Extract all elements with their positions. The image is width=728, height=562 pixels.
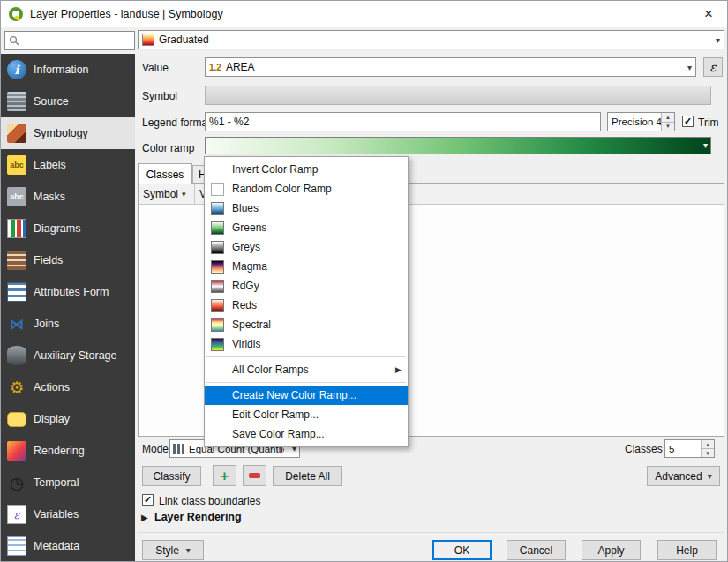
sidebar-item-information[interactable]: iInformation	[1, 54, 135, 86]
column-header-symbol[interactable]: Symbol ▾	[139, 184, 195, 204]
sidebar-item-auxiliary-storage[interactable]: Auxiliary Storage	[1, 340, 135, 371]
sidebar-item-label: Diagrams	[34, 222, 81, 235]
symbol-preview[interactable]	[205, 86, 711, 105]
menu-item-magma[interactable]: Magma	[205, 257, 408, 276]
legend-format-label: Legend format	[142, 116, 210, 129]
value-field-select[interactable]: 1.2 AREA ▾	[205, 57, 696, 77]
classify-button[interactable]: Classify	[142, 466, 201, 486]
menu-item-spectral[interactable]: Spectral	[205, 315, 408, 334]
sidebar-item-symbology[interactable]: Symbology	[1, 117, 135, 149]
quantile-mode-icon	[173, 444, 184, 454]
minus-icon	[249, 473, 260, 478]
spin-down-icon[interactable]: ▼	[662, 123, 674, 131]
menu-item-save-color-ramp[interactable]: Save Color Ramp...	[205, 424, 408, 444]
sidebar-item-label: Attributes Form	[34, 286, 109, 298]
precision-spinner[interactable]: Precision 4 ▲ ▼	[607, 112, 675, 131]
window-title: Layer Properties - landuse | Symbology	[30, 8, 223, 20]
attributes-form-icon	[7, 282, 26, 302]
menu-item-edit-color-ramp[interactable]: Edit Color Ramp...	[205, 405, 408, 424]
check-icon: ✓	[144, 495, 152, 505]
menu-item-invert-color-ramp[interactable]: Invert Color Ramp	[205, 160, 408, 179]
color-ramp-menu: Invert Color Ramp Random Color Ramp Blue…	[204, 156, 409, 447]
classes-count-label: Classes	[625, 443, 663, 455]
menu-item-random-color-ramp[interactable]: Random Color Ramp	[205, 179, 408, 199]
close-button[interactable]: ×	[697, 5, 720, 23]
renderer-select[interactable]: Graduated ▾	[138, 30, 724, 49]
rdgy-ramp-icon	[211, 280, 224, 293]
sidebar-item-actions[interactable]: ⚙Actions	[1, 371, 135, 403]
delete-all-button[interactable]: Delete All	[273, 466, 342, 486]
sidebar-item-labels[interactable]: abcLabels	[1, 149, 135, 181]
sidebar-item-source[interactable]: Source	[1, 86, 135, 117]
color-ramp-button[interactable]: ▾	[205, 137, 711, 154]
chevron-down-icon: ▾	[684, 63, 692, 72]
layer-rendering-section[interactable]: Layer Rendering	[154, 511, 242, 523]
add-class-button[interactable]: +	[213, 465, 236, 486]
blues-ramp-icon	[211, 202, 224, 215]
check-icon: ✓	[684, 116, 692, 126]
plus-icon: +	[221, 468, 229, 483]
value-label: Value	[142, 62, 169, 74]
variables-icon: ε	[7, 505, 26, 524]
renderer-value: Graduated	[159, 34, 209, 46]
greys-ramp-icon	[211, 241, 224, 254]
chevron-down-icon: ▾	[700, 140, 708, 150]
tab-classes[interactable]: Classes	[138, 163, 192, 184]
menu-item-all-color-ramps[interactable]: All Color Ramps▶	[205, 360, 408, 379]
masks-icon: abc	[7, 187, 26, 206]
chevron-down-icon: ▾	[712, 35, 720, 45]
menu-item-greens[interactable]: Greens	[205, 218, 408, 237]
submenu-arrow-icon: ▶	[395, 365, 402, 374]
menu-item-reds[interactable]: Reds	[205, 296, 408, 315]
menu-item-create-new-color-ramp[interactable]: Create New Color Ramp...	[205, 386, 408, 405]
precision-value: Precision 4	[608, 113, 661, 131]
collapse-arrow-icon[interactable]: ▶	[141, 513, 148, 522]
auxiliary-storage-icon	[7, 346, 26, 365]
titlebar: Layer Properties - landuse | Symbology ×	[1, 1, 727, 27]
remove-class-button[interactable]	[243, 465, 266, 486]
sidebar-search	[4, 31, 135, 50]
joins-icon: ⋈	[7, 314, 26, 333]
spin-up-icon[interactable]: ▲	[702, 440, 714, 449]
link-class-boundaries-checkbox[interactable]: ✓	[142, 494, 154, 506]
mode-label: Mode	[142, 443, 169, 455]
search-input[interactable]	[23, 34, 131, 47]
sidebar-item-variables[interactable]: εVariables	[1, 498, 135, 530]
sidebar-item-metadata[interactable]: Metadata	[1, 530, 135, 562]
reds-ramp-icon	[211, 299, 224, 312]
sidebar-item-fields[interactable]: Fields	[1, 244, 135, 276]
ok-button[interactable]: OK	[432, 540, 492, 560]
sidebar-item-label: Metadata	[34, 540, 79, 552]
value-field-name: AREA	[226, 61, 255, 73]
sidebar-item-attributes-form[interactable]: Attributes Form	[1, 276, 135, 308]
display-icon	[7, 412, 26, 427]
sidebar-item-rendering[interactable]: Rendering	[1, 435, 135, 467]
temporal-icon: ◷	[7, 473, 26, 492]
trim-checkbox[interactable]: ✓	[682, 116, 694, 127]
menu-item-rdgy[interactable]: RdGy	[205, 276, 408, 296]
sidebar-item-masks[interactable]: abcMasks	[1, 181, 135, 213]
classes-count-value: 5	[665, 440, 701, 457]
expression-builder-button[interactable]: ε	[703, 57, 723, 77]
greens-ramp-icon	[211, 221, 224, 235]
sidebar-item-label: Actions	[34, 381, 70, 393]
sidebar-item-joins[interactable]: ⋈Joins	[1, 308, 135, 340]
help-button[interactable]: Help	[657, 540, 717, 560]
sidebar-item-label: Masks	[34, 191, 65, 203]
advanced-button[interactable]: Advanced▾	[647, 466, 720, 486]
sidebar-item-diagrams[interactable]: Diagrams	[1, 213, 135, 244]
menu-item-greys[interactable]: Greys	[205, 237, 408, 257]
legend-format-input[interactable]	[205, 112, 601, 131]
information-icon: i	[7, 60, 26, 79]
sidebar-item-display[interactable]: Display	[1, 403, 135, 435]
classes-spinner[interactable]: 5 ▲ ▼	[664, 439, 715, 458]
cancel-button[interactable]: Cancel	[507, 540, 566, 560]
menu-item-blues[interactable]: Blues	[205, 199, 408, 218]
sidebar-item-temporal[interactable]: ◷Temporal	[1, 467, 135, 498]
spin-up-icon[interactable]: ▲	[662, 113, 674, 123]
spin-down-icon[interactable]: ▼	[702, 449, 714, 457]
footer-divider	[138, 532, 724, 533]
style-button[interactable]: Style▾	[142, 540, 204, 560]
apply-button[interactable]: Apply	[582, 540, 641, 560]
menu-item-viridis[interactable]: Viridis	[205, 334, 408, 354]
